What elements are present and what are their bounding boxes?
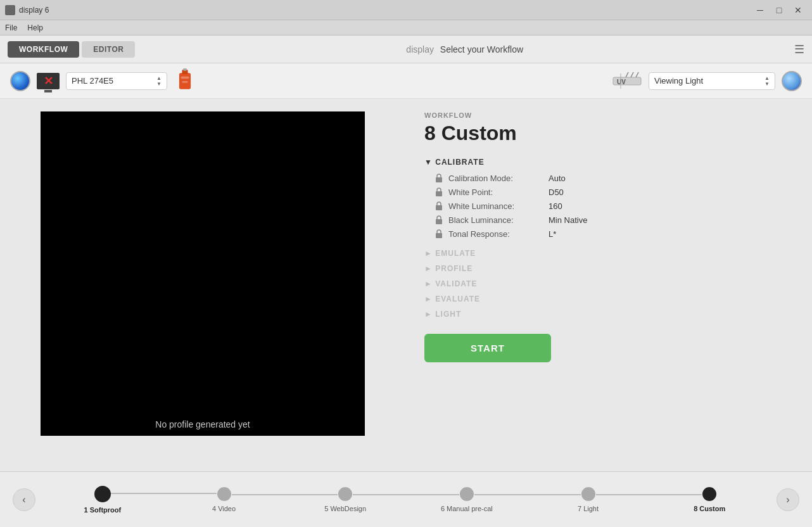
globe-left-icon bbox=[10, 71, 30, 91]
evaluate-header[interactable]: ► EVALUATE bbox=[424, 295, 793, 303]
app-name: display bbox=[406, 44, 434, 54]
validate-section: ► VALIDATE bbox=[424, 279, 793, 288]
wf-dot-video bbox=[217, 487, 231, 501]
right-panel: WORKFLOW 8 Custom ▼ CALIBRATE Calibratio… bbox=[405, 99, 812, 471]
emulate-header[interactable]: ► EMULATE bbox=[424, 249, 793, 258]
cal-label-whitepoint: White Point: bbox=[448, 187, 543, 197]
svg-rect-12 bbox=[436, 191, 442, 196]
svg-rect-4 bbox=[182, 81, 187, 83]
lock-icon-tonal bbox=[435, 229, 443, 239]
menu-help[interactable]: Help bbox=[27, 23, 43, 32]
profile-title: ► PROFILE bbox=[424, 264, 473, 273]
svg-line-8 bbox=[626, 72, 628, 77]
workflow-items: 1 Softproof 4 Video 5 WebDesign 6 Manual… bbox=[35, 486, 777, 514]
wf-dot-custom bbox=[702, 487, 716, 501]
tab-workflow[interactable]: WORKFLOW bbox=[8, 41, 79, 58]
start-button[interactable]: START bbox=[424, 334, 551, 362]
uv-icon: UV bbox=[612, 71, 642, 91]
wf-dot-light bbox=[581, 487, 595, 501]
wf-dot-manual bbox=[460, 487, 474, 501]
maximize-button[interactable]: □ bbox=[770, 4, 788, 16]
viewing-light-selector[interactable]: Viewing Light ▲▼ bbox=[649, 72, 775, 90]
workflow-item-light[interactable]: 7 Light bbox=[528, 487, 649, 512]
cal-value-blacklum: Min Native bbox=[549, 215, 587, 225]
svg-line-9 bbox=[631, 72, 633, 77]
wf-label-webdesign: 5 WebDesign bbox=[324, 505, 366, 512]
evaluate-section: ► EVALUATE bbox=[424, 295, 793, 303]
workflow-item-webdesign[interactable]: 5 WebDesign bbox=[284, 487, 406, 512]
wf-dot-webdesign bbox=[338, 487, 352, 501]
wf-label-light: 7 Light bbox=[578, 505, 599, 512]
viewing-light-label: Viewing Light bbox=[654, 76, 703, 86]
preview-label: No profile generated yet bbox=[155, 419, 250, 429]
cal-row-blacklum: Black Luminance: Min Native bbox=[435, 215, 793, 225]
close-button[interactable]: ✕ bbox=[789, 4, 807, 16]
evaluate-title: ► EVALUATE bbox=[424, 295, 480, 303]
uv-icon-wrap: UV bbox=[612, 71, 642, 91]
wf-label-video: 4 Video bbox=[212, 505, 236, 512]
preview-canvas: No profile generated yet bbox=[41, 111, 365, 436]
cal-value-tonal: L* bbox=[549, 229, 556, 239]
cal-row-whitepoint: White Point: D50 bbox=[435, 187, 793, 197]
lock-icon-mode bbox=[435, 173, 443, 183]
cal-row-mode: Calibration Mode: Auto bbox=[435, 173, 793, 183]
calibrate-section-header[interactable]: ▼ CALIBRATE bbox=[424, 158, 793, 167]
workflow-item-custom[interactable]: 8 Custom bbox=[649, 487, 770, 512]
lock-icon-whitelum bbox=[435, 201, 443, 211]
profile-header[interactable]: ► PROFILE bbox=[424, 264, 793, 273]
page-title: Select your Workflow bbox=[440, 44, 523, 54]
validate-title: ► VALIDATE bbox=[424, 279, 477, 288]
svg-rect-14 bbox=[436, 219, 442, 224]
cal-value-whitepoint: D50 bbox=[549, 187, 564, 197]
cal-label-whitelum: White Luminance: bbox=[448, 201, 543, 211]
svg-rect-2 bbox=[183, 68, 186, 71]
monitor-x-icon: ✕ bbox=[44, 75, 53, 87]
wf-label-manual: 6 Manual pre-cal bbox=[441, 505, 493, 512]
title-bar: display 6 ─ □ ✕ bbox=[0, 0, 812, 20]
monitor-icon: ✕ bbox=[37, 73, 60, 89]
svg-line-10 bbox=[636, 72, 638, 77]
workflow-name: 8 Custom bbox=[424, 122, 793, 145]
window-controls: ─ □ ✕ bbox=[751, 4, 807, 16]
cal-label-tonal: Tonal Response: bbox=[448, 229, 543, 239]
workflow-item-manual[interactable]: 6 Manual pre-cal bbox=[406, 487, 528, 512]
svg-rect-3 bbox=[181, 76, 189, 79]
colorimeter-icon bbox=[174, 67, 196, 95]
menu-bar: File Help bbox=[0, 20, 812, 35]
tab-editor[interactable]: EDITOR bbox=[82, 41, 135, 58]
workflow-item-softproof[interactable]: 1 Softproof bbox=[42, 486, 163, 514]
lock-icon-whitepoint bbox=[435, 187, 443, 197]
workflow-bar: ‹ 1 Softproof 4 Video 5 WebDesign 6 Manu… bbox=[0, 471, 812, 527]
light-header[interactable]: ► LIGHT bbox=[424, 310, 793, 319]
wf-dot-softproof bbox=[94, 486, 111, 502]
workflow-item-video[interactable]: 4 Video bbox=[163, 487, 285, 512]
calibrate-rows: Calibration Mode: Auto White Point: D50 … bbox=[435, 173, 793, 239]
monitor-model-label: PHL 274E5 bbox=[72, 76, 113, 86]
light-section: ► LIGHT bbox=[424, 310, 793, 319]
left-panel: No profile generated yet bbox=[0, 99, 405, 471]
minimize-button[interactable]: ─ bbox=[751, 4, 769, 16]
main-content: No profile generated yet WORKFLOW 8 Cust… bbox=[0, 99, 812, 471]
cal-label-mode: Calibration Mode: bbox=[448, 174, 543, 183]
wf-label-custom: 8 Custom bbox=[694, 505, 725, 512]
emulate-title: ► EMULATE bbox=[424, 249, 476, 258]
validate-header[interactable]: ► VALIDATE bbox=[424, 279, 793, 288]
app-logo bbox=[5, 5, 15, 15]
workflow-section-label: WORKFLOW bbox=[424, 111, 793, 119]
svg-rect-11 bbox=[436, 177, 442, 182]
monitor-selector-arrows: ▲▼ bbox=[156, 75, 162, 87]
monitor-selector[interactable]: PHL 274E5 ▲▼ bbox=[66, 72, 167, 90]
menu-file[interactable]: File bbox=[5, 23, 17, 32]
workflow-next-button[interactable]: › bbox=[777, 488, 799, 511]
workflow-prev-button[interactable]: ‹ bbox=[13, 488, 35, 511]
cal-value-whitelum: 160 bbox=[549, 201, 562, 211]
menu-icon[interactable]: ☰ bbox=[794, 42, 804, 56]
viewing-light-arrows: ▲▼ bbox=[764, 75, 770, 87]
calibrate-title: ▼ CALIBRATE bbox=[424, 158, 485, 167]
cal-row-whitelum: White Luminance: 160 bbox=[435, 201, 793, 211]
svg-text:UV: UV bbox=[617, 79, 626, 86]
cal-label-blacklum: Black Luminance: bbox=[448, 215, 543, 225]
cal-row-tonal: Tonal Response: L* bbox=[435, 229, 793, 239]
profile-section: ► PROFILE bbox=[424, 264, 793, 273]
globe-right-icon bbox=[782, 71, 802, 91]
